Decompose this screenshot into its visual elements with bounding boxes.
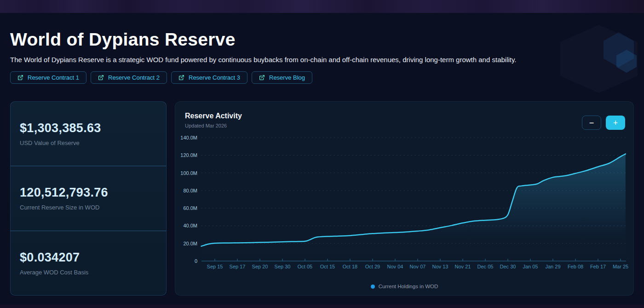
y-axis-label: 120.0M	[180, 152, 197, 158]
x-axis-label: Feb 08	[568, 264, 583, 269]
reserve-contract-3-button[interactable]: Reserve Contract 3	[171, 71, 247, 84]
reserve-size-label: Current Reserve Size in WOD	[20, 204, 157, 211]
reserve-blog-label: Reserve Blog	[269, 74, 305, 81]
external-link-icon	[259, 75, 265, 81]
reserve-contract-2-label: Reserve Contract 2	[108, 74, 160, 81]
stat-reserve-size: 120,512,793.76 Current Reserve Size in W…	[11, 166, 166, 231]
reserve-contract-1-button[interactable]: Reserve Contract 1	[10, 71, 86, 84]
holdings-area-fill	[201, 154, 626, 261]
y-axis-label: 40.0M	[183, 223, 197, 228]
x-axis-label: Oct 05	[298, 264, 312, 269]
x-axis-label: Sep 17	[230, 264, 246, 269]
x-axis-label: Nov 04	[387, 264, 403, 269]
reserve-contract-2-button[interactable]: Reserve Contract 2	[91, 71, 167, 84]
usd-value-of-reserve: $1,303,385.63	[20, 121, 157, 135]
legend-label: Current Holdings in WOD	[379, 284, 438, 289]
x-axis-label: Oct 15	[320, 264, 335, 269]
average-wod-cost-basis: $0.034207	[20, 250, 157, 265]
reserve-blog-label-3: Reserve Contract 3	[189, 74, 240, 81]
y-axis-label: 20.0M	[183, 241, 197, 246]
x-axis-label: Nov 21	[455, 264, 471, 269]
cost-basis-label: Average WOD Cost Basis	[20, 269, 157, 276]
x-axis-label: Sep 15	[207, 264, 223, 269]
top-banner-image	[0, 0, 644, 13]
content-row: $1,303,385.63 USD Value of Reserve 120,5…	[10, 101, 634, 296]
y-axis-label: 100.0M	[180, 170, 197, 176]
x-axis-label: Sep 20	[252, 264, 268, 269]
reserve-blog-button[interactable]: Reserve Blog	[252, 71, 312, 84]
reserve-links-row: Reserve Contract 1 Reserve Contract 2 Re…	[10, 71, 634, 84]
reserve-activity-chart[interactable]: 020.0M40.0M60.0M80.0M100.0M120.0M140.0MS…	[175, 102, 634, 296]
usd-value-label: USD Value of Reserve	[20, 139, 157, 146]
footer-strip	[0, 305, 644, 308]
x-axis-label: Dec 05	[477, 264, 494, 269]
page-subtitle: The World of Dypians Reserve is a strate…	[10, 56, 634, 64]
x-axis-label: Oct 29	[365, 264, 380, 269]
page-title: World of Dypians Reserve	[10, 13, 634, 50]
x-axis-label: Dec 30	[500, 264, 516, 269]
current-reserve-size: 120,512,793.76	[20, 186, 157, 200]
x-axis-label: Nov 13	[432, 264, 448, 269]
stat-cost-basis: $0.034207 Average WOD Cost Basis	[11, 231, 166, 295]
reserve-contract-1-label: Reserve Contract 1	[28, 74, 79, 81]
stat-usd-value: $1,303,385.63 USD Value of Reserve	[11, 102, 166, 166]
external-link-icon	[178, 75, 184, 81]
x-axis-label: Jan 05	[523, 264, 538, 269]
x-axis-label: Mar 25	[613, 264, 628, 269]
x-axis-label: Oct 18	[343, 264, 357, 269]
reserve-stats-card: $1,303,385.63 USD Value of Reserve 120,5…	[10, 101, 167, 296]
x-axis-label: Nov 07	[410, 264, 426, 269]
x-axis-label: Jan 29	[545, 264, 560, 269]
reserve-page: World of Dypians Reserve The World of Dy…	[0, 13, 644, 296]
y-axis-label: 60.0M	[183, 205, 197, 211]
y-axis-label: 80.0M	[183, 188, 197, 193]
x-axis-label: Sep 30	[275, 264, 291, 269]
y-axis-label: 140.0M	[180, 135, 197, 140]
external-link-icon	[98, 75, 104, 81]
x-axis-label: Feb 17	[590, 264, 606, 269]
y-axis-label: 0	[195, 258, 197, 264]
reserve-activity-card: Reserve Activity Updated Mar 2026 − + 02…	[175, 101, 634, 296]
legend-dot-icon	[371, 285, 375, 289]
external-link-icon	[17, 75, 23, 81]
legend-current-holdings[interactable]: Current Holdings in WOD	[175, 284, 633, 289]
